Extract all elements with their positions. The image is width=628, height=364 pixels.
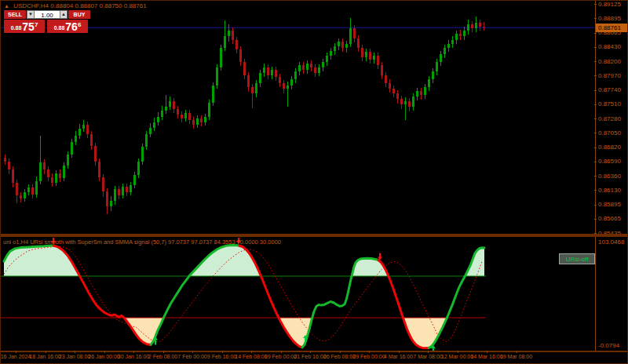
candle-body: [157, 117, 159, 122]
candle-body: [385, 75, 387, 83]
time-axis-tick: [192, 351, 193, 353]
candle-body: [126, 187, 128, 192]
price-axis-label: 0.88200: [598, 58, 621, 65]
price-axis-label: 0.87740: [598, 86, 621, 93]
time-axis-tick: [222, 351, 223, 353]
candle-body: [184, 113, 187, 118]
mt4-chart-window: ▲ USDCHF,H4 0.88804 0.88807 0.88750 0.88…: [0, 0, 628, 364]
candle-body: [369, 52, 371, 60]
time-axis-tick: [399, 351, 400, 353]
candle-body: [4, 158, 6, 162]
candle-body: [192, 120, 195, 125]
candle-body: [251, 87, 254, 93]
candle-body: [428, 79, 430, 87]
ursi-toggle-button[interactable]: URsi-off: [559, 253, 595, 264]
price-axis-label: 0.87970: [598, 72, 621, 79]
price-axis[interactable]: 0.891250.888950.886650.884300.882000.879…: [596, 1, 628, 235]
candle-body: [8, 162, 10, 169]
candle-body: [283, 83, 285, 89]
candle-body: [106, 191, 108, 206]
candle-body: [27, 187, 30, 192]
pane-separator[interactable]: [1, 234, 628, 237]
time-axis-label: 19 Mar 08:00: [493, 354, 540, 359]
candle-body: [247, 75, 250, 87]
candle-body: [455, 34, 458, 40]
ohlc-values: 0.88804 0.88807 0.88750 0.88761: [50, 2, 146, 9]
candle-body: [306, 64, 309, 70]
candle-body: [451, 40, 454, 44]
time-axis-tick: [458, 351, 458, 353]
price-axis-label: 0.86820: [598, 144, 621, 151]
sell-price-button[interactable]: 0.88 75 7: [4, 20, 45, 33]
candle-body: [51, 177, 53, 183]
current-price-tag: 0.88761: [596, 24, 628, 32]
chart-header: ▲ USDCHF,H4 0.88804 0.88807 0.88750 0.88…: [4, 2, 147, 9]
candle-body: [94, 146, 97, 162]
lot-decrease-button[interactable]: ▼: [27, 10, 35, 19]
candle-body: [220, 48, 222, 67]
sell-button[interactable]: SELL: [4, 10, 26, 19]
price-axis-label: 0.87050: [598, 129, 621, 136]
price-axis-label: 0.89125: [598, 1, 621, 8]
price-axis-label: 0.86590: [598, 158, 621, 165]
time-axis[interactable]: 16 Jan 202418 Jan 16:0023 Jan 08:0026 Ja…: [1, 352, 628, 363]
candle-body: [188, 113, 191, 120]
candle-body: [310, 64, 312, 67]
candle-body: [165, 107, 167, 111]
candle-body: [47, 169, 49, 177]
candle-body: [377, 56, 379, 65]
candle-body: [153, 122, 155, 128]
candle-body: [279, 77, 281, 83]
price-axis-line: [595, 1, 596, 351]
candle-body: [259, 73, 261, 83]
candle-body: [432, 71, 434, 79]
buy-button[interactable]: BUY: [68, 10, 90, 19]
candle-body: [35, 181, 38, 195]
candle-body: [78, 129, 81, 136]
candle-body: [392, 89, 395, 93]
chart-symbol-icon: ▲: [4, 3, 9, 9]
candle-body: [334, 46, 336, 51]
time-axis-tick: [46, 351, 46, 353]
candle-body: [275, 70, 277, 77]
symbol-period-label: USDCHF,H4: [13, 2, 49, 9]
price-axis-label: 0.88895: [598, 15, 621, 22]
candle-body: [318, 67, 320, 73]
candle-body: [149, 128, 152, 134]
candle-body: [420, 91, 422, 95]
candlestick-chart[interactable]: [1, 1, 595, 235]
price-axis-label: 0.87510: [598, 100, 621, 107]
candle-body: [145, 134, 148, 147]
candle-body: [326, 56, 328, 62]
candle-body: [55, 173, 57, 183]
sell-price-big: 75: [22, 22, 35, 32]
candle-body: [345, 44, 348, 48]
candle-body: [161, 111, 163, 117]
candle-body: [31, 187, 34, 195]
time-axis-tick: [517, 351, 517, 353]
lot-size-field[interactable]: 1.00: [35, 10, 60, 19]
candle-body: [298, 65, 301, 71]
time-axis-tick: [16, 351, 16, 353]
candle-body: [373, 56, 375, 60]
candle-body: [447, 44, 450, 48]
indicator-pane[interactable]: [1, 238, 595, 351]
candle-body: [173, 101, 175, 109]
time-axis-tick: [340, 351, 341, 353]
buy-price-button[interactable]: 0.88 76 6: [47, 20, 88, 33]
candle-body: [408, 101, 411, 107]
candle-body: [24, 192, 26, 198]
lot-size-stepper: ▼ 1.00 ▲: [27, 10, 68, 19]
time-axis-tick: [251, 351, 252, 353]
indicator-title: uni o1,H4 URsi smooth with SuperSm and S…: [3, 238, 281, 246]
lot-increase-button[interactable]: ▲: [60, 10, 68, 19]
candle-body: [416, 91, 418, 96]
time-axis-tick: [310, 351, 311, 353]
candle-body: [349, 28, 352, 44]
buy-price-prefix: 0.88: [54, 24, 65, 32]
candle-body: [39, 162, 42, 181]
candle-body: [12, 169, 14, 183]
candle-body: [169, 101, 171, 107]
candle-body: [444, 48, 446, 54]
rsi-overbought-fill: [4, 246, 80, 276]
